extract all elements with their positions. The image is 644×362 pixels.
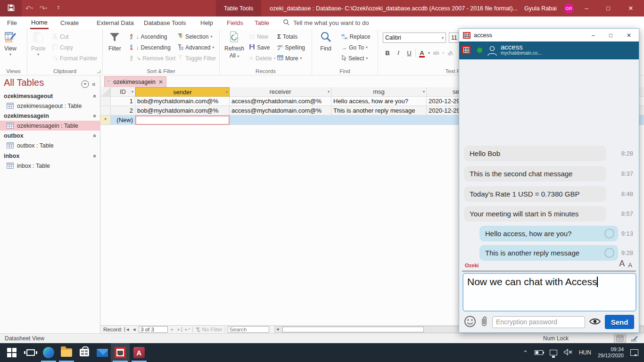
collapse-chevron-icon[interactable]: « [92, 94, 99, 98]
filter-button[interactable]: Filter [108, 31, 121, 52]
design-view-button[interactable] [628, 334, 640, 343]
nav-item-ozekimessageout[interactable]: ozekimessageout : Table [0, 101, 100, 111]
nav-group-ozekimessageout[interactable]: ozekimessageout« [0, 91, 100, 101]
tab-create[interactable]: Create [59, 16, 80, 29]
attachment-icon[interactable] [480, 316, 488, 329]
active-cell-sender[interactable] [135, 115, 230, 125]
nav-item-ozekimessagein[interactable]: ozekimessagein : Table [0, 121, 100, 131]
restore-button[interactable]: □ [598, 0, 619, 16]
tab-database-tools[interactable]: Database Tools [143, 16, 187, 29]
replace-button[interactable]: ab→acReplace [341, 32, 370, 41]
clock[interactable]: 09:34 29/12/2020 [598, 346, 624, 359]
new-record-button[interactable]: *New [249, 32, 276, 41]
previous-record-icon[interactable]: ◄ [132, 327, 136, 332]
cell-sender[interactable]: bob@mychatdomain.com@% [135, 97, 230, 106]
nav-group-ozekimessagein[interactable]: ozekimessagein« [0, 111, 100, 121]
undo-icon[interactable]: ↶▾ [24, 0, 35, 16]
tab-help[interactable]: Help [199, 16, 214, 29]
cell-id-new[interactable]: (New) [111, 115, 135, 125]
column-header-msg[interactable]: msg▾ [331, 87, 427, 97]
collapse-chevron-icon[interactable]: « [92, 134, 99, 137]
filter-caret-icon[interactable]: ▾ [328, 90, 330, 94]
tab-fields[interactable]: Fields [226, 16, 244, 29]
datasheet-view-button[interactable] [614, 334, 626, 343]
minimize-button[interactable]: – [576, 0, 597, 16]
account-name[interactable]: Gyula Rabai [524, 0, 557, 16]
find-button[interactable]: Find [320, 31, 332, 52]
save-icon[interactable] [8, 4, 15, 13]
cut-button[interactable]: Cut [52, 32, 97, 41]
no-filter-button[interactable]: No Filter [195, 327, 222, 332]
tab-external-data[interactable]: External Data [96, 16, 135, 29]
last-record-icon[interactable]: ► [177, 327, 182, 332]
font-increase-button[interactable]: A [619, 259, 625, 269]
more-button[interactable]: More▾ [277, 53, 305, 63]
battery-icon[interactable] [535, 350, 543, 355]
cell-receiver[interactable]: access@mychatdomain.com@% [230, 106, 331, 115]
taskbar-file-explorer[interactable] [57, 343, 76, 362]
bold-button[interactable]: B [383, 48, 392, 58]
chat-contact-header[interactable]: access mychatdomain.co... [459, 41, 639, 59]
selection-button[interactable]: Selection▾ [177, 32, 216, 41]
nav-item-outbox[interactable]: outbox : Table [0, 140, 100, 150]
nav-item-inbox[interactable]: inbox : Table [0, 161, 100, 171]
nav-pane-title[interactable]: All Tables [4, 77, 44, 88]
cell-receiver[interactable]: access@mychatdomain.com@% [230, 97, 331, 106]
avatar[interactable]: GR [564, 3, 574, 13]
send-button[interactable]: Send [605, 315, 634, 329]
tab-home[interactable]: Home [30, 16, 49, 29]
format-painter-button[interactable]: Format Painter [52, 53, 97, 63]
language-indicator[interactable]: HUN [579, 349, 591, 356]
underline-button[interactable]: U [405, 48, 414, 58]
show-hidden-icons[interactable]: ⌃ [523, 349, 528, 356]
select-button[interactable]: Select▾ [341, 53, 370, 63]
copy-button[interactable]: Copy [52, 42, 97, 52]
filter-caret-icon[interactable]: ▾ [132, 90, 133, 94]
delete-record-button[interactable]: ✕Delete▾ [249, 53, 276, 63]
chat-titlebar[interactable]: access – □ ✕ [459, 29, 639, 41]
start-button[interactable] [2, 343, 21, 362]
new-row-selector[interactable]: * [100, 115, 111, 125]
chat-minimize-icon[interactable]: – [592, 32, 595, 39]
font-name-combo[interactable]: Calibri▾ [383, 33, 446, 43]
network-icon[interactable] [550, 350, 557, 355]
tab-file[interactable]: File [6, 16, 18, 29]
collapse-chevron-icon[interactable]: « [92, 154, 99, 157]
close-tab-icon[interactable]: ✕ [158, 79, 163, 85]
tab-table[interactable]: Table [254, 16, 270, 29]
redo-icon[interactable]: ↷▾ [38, 0, 49, 16]
remove-sort-button[interactable]: AZ↘Remove Sort [130, 53, 175, 63]
shutter-close-icon[interactable]: « [92, 80, 96, 88]
taskbar-store[interactable] [75, 343, 94, 362]
first-record-icon[interactable]: ◄ [124, 327, 130, 332]
refresh-all-button[interactable]: Refresh All ▾ [224, 31, 244, 59]
background-fill-button[interactable] [446, 48, 455, 58]
document-tab-ozekimessagein[interactable]: ozekimessagein ✕ [104, 76, 166, 87]
new-blank-record-icon[interactable]: ►* [184, 327, 190, 332]
scrollbar-thumb[interactable] [282, 327, 424, 332]
emoji-icon[interactable] [464, 315, 476, 329]
taskbar-ozeki-chat[interactable] [111, 343, 130, 362]
column-header-sender[interactable]: sender▾ [135, 87, 230, 97]
filter-caret-icon[interactable]: ▾ [226, 90, 228, 94]
collapse-chevron-icon[interactable]: « [92, 114, 99, 117]
volume-muted-icon[interactable] [564, 349, 572, 357]
cell-id[interactable]: 2 [111, 106, 135, 115]
ascending-button[interactable]: AZ↓Ascending [130, 32, 175, 41]
message-compose-box[interactable]: Now we can chat with Access [462, 273, 636, 312]
cell-msg[interactable]: This is another reply message [331, 106, 427, 115]
scroll-left-icon[interactable]: ◄ [276, 327, 280, 331]
view-button[interactable]: View ▾ [4, 31, 17, 57]
close-button[interactable]: ✕ [620, 0, 641, 16]
descending-button[interactable]: ZA↓Descending [130, 42, 175, 52]
task-view-button[interactable] [21, 343, 40, 362]
paste-button[interactable]: Paste ▾ [31, 31, 46, 57]
row-selector[interactable] [100, 97, 111, 106]
goto-button[interactable]: →Go To▾ [341, 42, 370, 52]
taskbar-edge[interactable] [39, 343, 58, 362]
next-record-icon[interactable]: ► [170, 327, 174, 332]
chat-maximize-icon[interactable]: □ [609, 32, 612, 39]
totals-button[interactable]: ΣTotals [277, 32, 305, 41]
spelling-button[interactable]: ABC✓Spelling [277, 42, 305, 52]
customize-qat-icon[interactable]: ▾ [55, 0, 62, 16]
